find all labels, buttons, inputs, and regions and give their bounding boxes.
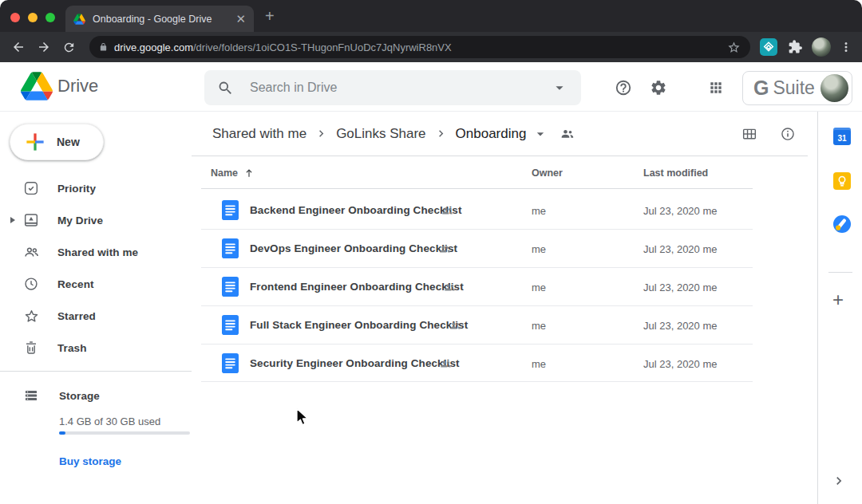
sidebar-item-label: Storage <box>59 390 100 402</box>
google-tasks-icon[interactable] <box>833 215 851 233</box>
storage-progress-bar <box>59 431 190 435</box>
zoom-window-button[interactable] <box>45 13 55 22</box>
search-options-dropdown-icon[interactable] <box>551 79 568 96</box>
reload-icon[interactable] <box>62 41 76 54</box>
google-docs-icon <box>222 238 239 258</box>
file-last-modified: Jul 23, 2020 me <box>643 282 718 293</box>
rail-divider <box>828 272 852 273</box>
sidebar-item-starred[interactable]: Starred <box>0 300 184 332</box>
gsuite-badge[interactable]: G Suite <box>742 71 852 105</box>
storage-icon <box>23 388 39 404</box>
google-docs-icon <box>222 200 239 220</box>
file-name[interactable]: Full Stack Engineer Onboarding Checklist <box>250 319 468 331</box>
trash-icon <box>23 340 39 356</box>
sidebar-item-shared-with-me[interactable]: Shared with me <box>0 236 184 268</box>
search-input[interactable] <box>250 81 551 95</box>
breadcrumb-item-golinks-share[interactable]: GoLinks Share <box>336 126 425 142</box>
column-header-name[interactable]: Name <box>211 167 255 179</box>
file-row[interactable]: Security Engineer Onboarding Checklist m… <box>201 345 753 382</box>
browser-tab[interactable]: Onboarding - Google Drive ✕ <box>65 6 254 32</box>
close-tab-icon[interactable]: ✕ <box>235 13 246 25</box>
browser-menu-kebab-icon[interactable] <box>839 40 853 54</box>
sort-arrow-up-icon[interactable] <box>243 167 255 179</box>
help-icon[interactable] <box>615 79 632 96</box>
recent-clock-icon <box>23 276 39 292</box>
add-addon-plus-icon[interactable]: + <box>832 289 844 311</box>
calendar-day-label: 31 <box>837 132 846 145</box>
google-keep-icon[interactable] <box>833 172 851 190</box>
file-owner: me <box>532 282 546 293</box>
file-owner: me <box>532 358 546 370</box>
open-side-panel-chevron-icon[interactable] <box>831 473 847 489</box>
file-name[interactable]: Backend Engineer Onboarding Checklist <box>250 204 462 216</box>
expand-caret-icon[interactable] <box>10 217 15 223</box>
file-name[interactable]: Security Engineer Onboarding Checklist <box>250 357 460 369</box>
settings-gear-icon[interactable] <box>650 79 667 96</box>
file-owner: me <box>532 243 546 255</box>
back-icon[interactable] <box>11 40 26 54</box>
browser-tab-strip: Onboarding - Google Drive ✕ + <box>0 0 862 32</box>
google-docs-icon <box>222 353 239 373</box>
close-window-button[interactable] <box>10 13 20 22</box>
sidebar-item-label: My Drive <box>57 215 103 226</box>
column-header-owner[interactable]: Owner <box>532 167 563 179</box>
file-last-modified: Jul 23, 2020 me <box>643 358 718 370</box>
search-bar[interactable] <box>204 70 581 105</box>
file-last-modified: Jul 23, 2020 me <box>643 320 718 332</box>
file-owner: me <box>532 205 546 217</box>
view-details-info-icon[interactable] <box>780 126 796 142</box>
google-docs-icon <box>222 315 239 335</box>
sidebar-divider <box>0 371 192 372</box>
gsuite-label: Suite <box>773 77 820 99</box>
file-row[interactable]: Frontend Engineer Onboarding Checklist m… <box>201 268 753 306</box>
storage-progress-fill <box>59 431 65 435</box>
search-icon[interactable] <box>217 80 234 96</box>
sidebar-item-label: Recent <box>57 278 94 290</box>
sidebar-item-storage[interactable]: Storage <box>0 380 184 411</box>
file-owner: me <box>532 320 546 332</box>
google-docs-icon <box>222 277 239 297</box>
file-row[interactable]: Full Stack Engineer Onboarding Checklist… <box>201 306 753 345</box>
breadcrumb-item-shared-with-me[interactable]: Shared with me <box>212 126 306 142</box>
extensions-puzzle-icon[interactable] <box>787 39 803 55</box>
forward-icon[interactable] <box>37 40 51 54</box>
extension-badge-icon[interactable] <box>760 38 777 56</box>
shared-people-icon <box>438 242 452 256</box>
my-drive-icon <box>23 212 39 228</box>
mouse-cursor <box>295 408 310 428</box>
file-name[interactable]: Frontend Engineer Onboarding Checklist <box>250 281 464 293</box>
lock-icon <box>99 41 108 53</box>
account-avatar[interactable] <box>820 74 848 102</box>
folder-actions-dropdown-icon[interactable] <box>532 126 548 142</box>
file-row[interactable]: DevOps Engineer Onboarding Checklist me … <box>201 230 753 268</box>
grid-view-toggle-icon[interactable] <box>741 126 757 142</box>
breadcrumb: Shared with me GoLinks Share Onboarding <box>192 112 808 156</box>
shared-people-icon <box>441 204 454 218</box>
column-header-last-modified[interactable]: Last modified <box>643 167 708 179</box>
sidebar-item-recent[interactable]: Recent <box>0 268 184 300</box>
google-calendar-icon[interactable]: 31 <box>833 128 851 145</box>
minimize-window-button[interactable] <box>28 13 38 22</box>
browser-profile-avatar[interactable] <box>812 37 831 57</box>
buy-storage-link[interactable]: Buy storage <box>59 455 121 467</box>
new-button[interactable]: New <box>10 124 104 160</box>
sidebar-item-my-drive[interactable]: My Drive <box>0 204 184 236</box>
bookmark-star-icon[interactable] <box>727 41 741 54</box>
file-name[interactable]: DevOps Engineer Onboarding Checklist <box>250 242 457 254</box>
google-apps-grid-icon[interactable] <box>708 80 724 96</box>
address-bar[interactable]: drive.google.com/drive/folders/1oiCO1S-T… <box>89 36 750 58</box>
sidebar-item-label: Starred <box>57 310 96 322</box>
colorful-plus-icon <box>25 132 45 152</box>
sidebar-item-label: Trash <box>57 342 87 354</box>
sidebar-item-label: Priority <box>57 183 96 195</box>
sidebar-item-priority[interactable]: Priority <box>0 172 184 204</box>
column-name-label: Name <box>211 167 238 179</box>
priority-icon <box>23 180 39 196</box>
file-last-modified: Jul 23, 2020 me <box>643 205 718 217</box>
drive-logo[interactable] <box>21 72 53 100</box>
new-tab-icon[interactable]: + <box>265 7 275 26</box>
breadcrumb-item-onboarding[interactable]: Onboarding <box>456 126 527 142</box>
file-row[interactable]: Backend Engineer Onboarding Checklist me… <box>201 191 753 230</box>
drive-app-name: Drive <box>57 76 98 96</box>
sidebar-item-trash[interactable]: Trash <box>0 332 184 364</box>
